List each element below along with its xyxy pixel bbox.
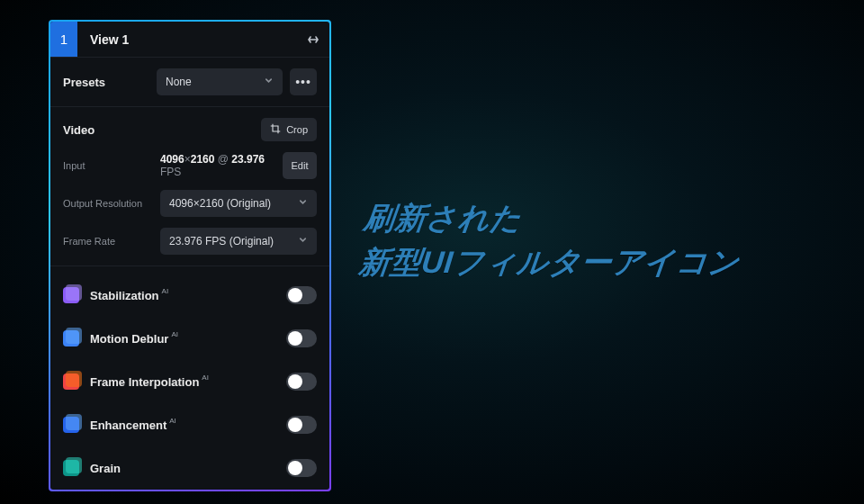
filter-icon — [63, 287, 79, 303]
filter-row[interactable]: Frame InterpolationAI — [63, 360, 317, 403]
input-label: Input — [63, 160, 153, 171]
filter-row[interactable]: StabilizationAI — [63, 274, 317, 317]
chevron-down-icon — [298, 197, 308, 210]
filter-name: EnhancementAI — [90, 418, 176, 432]
filter-toggle[interactable] — [286, 416, 317, 434]
filter-icon — [63, 374, 79, 390]
ai-badge: AI — [169, 417, 176, 425]
swap-icon[interactable] — [297, 22, 329, 57]
frame-rate-value: 23.976 FPS (Original) — [169, 235, 274, 248]
crop-label: Crop — [286, 124, 308, 135]
presets-section: Presets None ••• — [50, 57, 329, 106]
filter-icon — [63, 330, 79, 346]
filter-toggle[interactable] — [286, 329, 317, 347]
filter-name: Grain — [90, 462, 121, 475]
crop-icon — [270, 123, 281, 136]
filter-toggle[interactable] — [286, 459, 317, 477]
filter-row[interactable]: Motion DeblurAI — [63, 317, 317, 360]
presets-more-button[interactable]: ••• — [290, 68, 317, 95]
more-icon: ••• — [295, 75, 311, 89]
video-section: Video Crop Input 4096×2160 @ 23.976 FPS … — [50, 106, 329, 266]
ai-badge: AI — [171, 330, 178, 338]
video-label: Video — [63, 123, 94, 137]
view-number-badge[interactable]: 1 — [50, 22, 77, 57]
panel-header: 1 View 1 — [50, 22, 329, 57]
output-resolution-select[interactable]: 4096×2160 (Original) — [160, 190, 317, 217]
input-value: 4096×2160 @ 23.976 FPS — [160, 153, 275, 178]
output-resolution-value: 4096×2160 (Original) — [169, 197, 271, 210]
filter-icon — [63, 417, 79, 433]
presets-value: None — [166, 76, 192, 88]
filter-name: StabilizationAI — [90, 289, 168, 302]
filter-toggle[interactable] — [286, 373, 317, 391]
filters-list: StabilizationAIMotion DeblurAIFrame Inte… — [50, 266, 329, 490]
settings-panel-frame: 1 View 1 Presets None ••• — [49, 20, 331, 491]
filter-row[interactable]: Grain — [63, 446, 317, 490]
ai-badge: AI — [162, 287, 169, 295]
frame-rate-select[interactable]: 23.976 FPS (Original) — [160, 228, 317, 255]
view-title: View 1 — [77, 22, 297, 57]
chevron-down-icon — [264, 76, 274, 88]
frame-rate-label: Frame Rate — [63, 236, 153, 247]
ai-badge: AI — [202, 374, 209, 382]
presets-label: Presets — [63, 76, 149, 89]
filter-toggle[interactable] — [286, 286, 317, 304]
chevron-down-icon — [298, 235, 308, 248]
input-edit-button[interactable]: Edit — [283, 152, 317, 179]
crop-button[interactable]: Crop — [261, 118, 317, 141]
filter-icon — [63, 460, 79, 476]
filter-row[interactable]: EnhancementAI — [63, 403, 317, 446]
marketing-headline: 刷新された 新型UIフィルターアイコン — [357, 196, 747, 285]
filter-name: Motion DeblurAI — [90, 332, 178, 346]
headline-line-1: 刷新された — [362, 196, 747, 240]
filter-name: Frame InterpolationAI — [90, 375, 209, 389]
output-resolution-label: Output Resolution — [63, 198, 153, 209]
headline-line-2: 新型UIフィルターアイコン — [357, 240, 742, 284]
settings-panel: 1 View 1 Presets None ••• — [50, 22, 329, 490]
presets-select[interactable]: None — [157, 68, 283, 95]
